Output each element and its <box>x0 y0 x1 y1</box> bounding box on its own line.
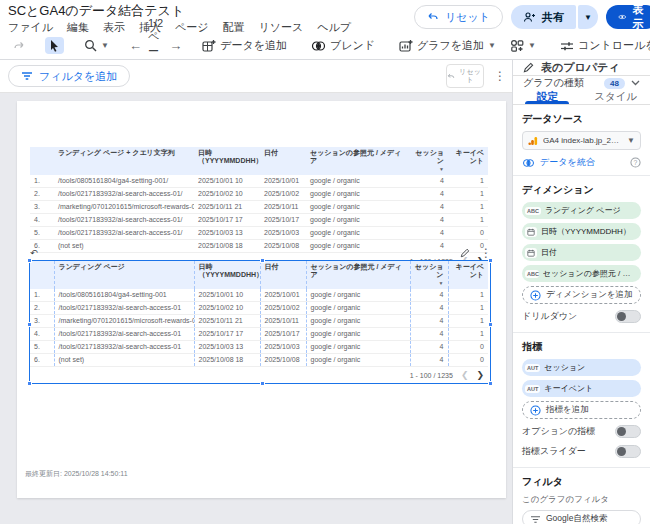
select-tool-button[interactable] <box>45 37 64 54</box>
add-data-button[interactable]: データを追加 <box>198 36 291 55</box>
prev-page-button[interactable]: ← <box>129 38 142 53</box>
view-button[interactable]: 表示 <box>606 5 650 29</box>
share-button[interactable]: 共有 <box>511 5 576 29</box>
column-header[interactable]: セッションの参照元 / メディア <box>306 261 410 289</box>
menu-page[interactable]: ページ <box>175 20 209 35</box>
table-cell: 2. <box>30 302 54 315</box>
column-header[interactable]: セッション▼ <box>410 261 448 289</box>
tab-style[interactable]: スタイル <box>582 90 650 104</box>
selection-handle[interactable] <box>260 381 265 386</box>
table-cell: 2025/10/02 <box>260 188 306 201</box>
community-visualizations-button[interactable]: ▼ <box>506 37 540 54</box>
column-header[interactable] <box>30 147 54 175</box>
dimension-chip[interactable]: 日時（YYYYMMDDHH） <box>522 223 641 240</box>
title-block: SCとGA4のデータ結合テスト ファイル 編集 表示 挿入 ページ 配置 リソー… <box>8 3 351 35</box>
optional-metrics-row: オプションの指標 <box>522 421 641 441</box>
page-next-icon[interactable]: ❯ <box>476 370 484 380</box>
filter-label: フィルタ <box>522 475 641 489</box>
chart-undo-icon[interactable]: ↶ <box>30 248 38 258</box>
menu-resource[interactable]: リソース <box>259 20 304 35</box>
selection-handle[interactable] <box>488 381 493 386</box>
column-header[interactable]: ランディング ページ + クエリ文字列 <box>54 147 194 175</box>
reset-button[interactable]: リセット <box>414 5 503 29</box>
table-cell: 4. <box>30 214 54 227</box>
menu-view[interactable]: 表示 <box>103 20 125 35</box>
metric-slider-toggle[interactable] <box>615 445 641 458</box>
next-page-button[interactable]: → <box>169 38 182 53</box>
column-header[interactable]: 日付 <box>260 147 306 175</box>
dimension-chip[interactable]: ABC ランディング ページ <box>522 202 641 219</box>
add-chart-button[interactable]: グラフを追加 ▼ <box>395 36 500 55</box>
add-metric-button[interactable]: 指標を追加 <box>522 401 641 419</box>
table-header-row: ランディング ページ日時（YYYYMMDDHH）日付セッションの参照元 / メデ… <box>30 261 488 289</box>
dimension-chip[interactable]: 日付 <box>522 244 641 261</box>
metric-chip[interactable]: AUT キーイベント <box>522 380 641 397</box>
selection-handle[interactable] <box>27 258 32 263</box>
column-header[interactable]: セッション▼ <box>410 147 448 175</box>
chart-type-selector[interactable]: グラフの種類 48 <box>513 76 650 90</box>
redo-button[interactable] <box>8 38 29 54</box>
edit-pencil-icon[interactable] <box>460 248 470 258</box>
share-button-group: 共有 ▼ <box>511 5 598 29</box>
table-pagination: 1 - 100 / 1235 ❮ ❯ <box>30 367 488 383</box>
blend-button[interactable]: ブレンド <box>307 36 379 55</box>
chart-filter-sublabel: このグラフのフィルタ <box>522 494 641 506</box>
column-header[interactable]: 日時（YYYYMMDDHH） <box>194 261 260 289</box>
selection-handle[interactable] <box>260 258 265 263</box>
more-options-icon[interactable]: ⋮ <box>494 69 504 83</box>
drilldown-toggle[interactable] <box>615 310 641 323</box>
add-control-button[interactable]: コントロールを追加 ▼ <box>556 36 650 55</box>
column-header[interactable]: ランディング ページ <box>54 261 194 289</box>
data-table: ランディング ページ + クエリ文字列日時（YYYYMMDDHH）日付セッション… <box>30 147 488 253</box>
filter-section: フィルタ このグラフのフィルタ Google自然検索 <box>513 468 650 524</box>
selection-handle[interactable] <box>488 258 493 263</box>
menu-help[interactable]: ヘルプ <box>317 20 351 35</box>
chart-reset-label: リセット <box>457 68 483 84</box>
table-chart-2-selected[interactable]: ランディング ページ日時（YYYYMMDDHH）日付セッションの参照元 / メデ… <box>30 261 490 383</box>
report-title[interactable]: SCとGA4のデータ結合テスト <box>8 3 351 19</box>
column-header[interactable]: 日時（YYYYMMDDHH） <box>194 147 260 175</box>
blend-icon <box>522 158 535 168</box>
canvas[interactable]: ランディング ページ + クエリ文字列日時（YYYYMMDDHH）日付セッション… <box>0 93 512 524</box>
last-updated-text: 最終更新日: 2025/10/28 14:50:11 <box>25 469 128 479</box>
report-page[interactable]: ランディング ページ + クエリ文字列日時（YYYYMMDDHH）日付セッション… <box>17 101 506 498</box>
column-header[interactable]: キーイベント <box>448 261 488 289</box>
optional-metrics-toggle[interactable] <box>615 425 641 438</box>
chart-reset-button[interactable]: リセット <box>446 64 484 88</box>
selection-handle[interactable] <box>27 381 32 386</box>
zoom-tool-button[interactable]: ▼ <box>80 37 113 54</box>
menubar: ファイル 編集 表示 挿入 ページ 配置 リソース ヘルプ <box>8 20 351 35</box>
menu-arrange[interactable]: 配置 <box>223 20 245 35</box>
column-header[interactable]: セッションの参照元 / メディア <box>306 147 410 175</box>
metric-chip[interactable]: AUT セッション <box>522 359 641 376</box>
column-header[interactable]: 日付 <box>260 261 306 289</box>
selection-handle[interactable] <box>27 322 32 327</box>
help-icon[interactable]: ? <box>630 157 641 168</box>
add-data-label: データを追加 <box>220 38 287 53</box>
table-cell: 2025/10/17 17 <box>194 214 260 227</box>
filter-chip[interactable]: Google自然検索 <box>522 510 641 524</box>
chevron-down-icon: ▼ <box>627 136 635 145</box>
selection-handle[interactable] <box>488 322 493 327</box>
table-cell: 4. <box>30 328 54 341</box>
table-cell: 1 <box>448 328 488 341</box>
filter-bar-right: リセット ⋮ <box>446 64 504 88</box>
add-filter-button[interactable]: フィルタを追加 <box>8 65 130 87</box>
table-cell: 2025/10/11 21 <box>194 201 260 214</box>
table-cell: 0 <box>448 354 488 367</box>
add-dimension-button[interactable]: ディメンションを追加 <box>522 286 641 304</box>
table-cell: 1 <box>448 214 488 227</box>
table-row: 4./tools/0217183932/ai-search-access-012… <box>30 328 488 341</box>
column-header[interactable]: キーイベント <box>448 147 488 175</box>
page-prev-icon[interactable]: ❮ <box>461 370 469 380</box>
menu-edit[interactable]: 編集 <box>67 20 89 35</box>
menu-file[interactable]: ファイル <box>8 20 53 35</box>
blend-data-button[interactable]: データを統合 <box>522 156 595 169</box>
data-source-chip[interactable]: GA4 index-lab.jp_202510 ▼ <box>522 131 641 150</box>
table-cell: 2025/10/08 <box>260 354 306 367</box>
column-header[interactable] <box>30 261 54 289</box>
share-dropdown-caret[interactable]: ▼ <box>578 5 598 29</box>
table-cell: google / organic <box>306 201 410 214</box>
dimension-chip[interactable]: ABC セッションの参照元 / メディア <box>522 265 641 282</box>
tab-setup[interactable]: 設定 <box>513 90 582 104</box>
